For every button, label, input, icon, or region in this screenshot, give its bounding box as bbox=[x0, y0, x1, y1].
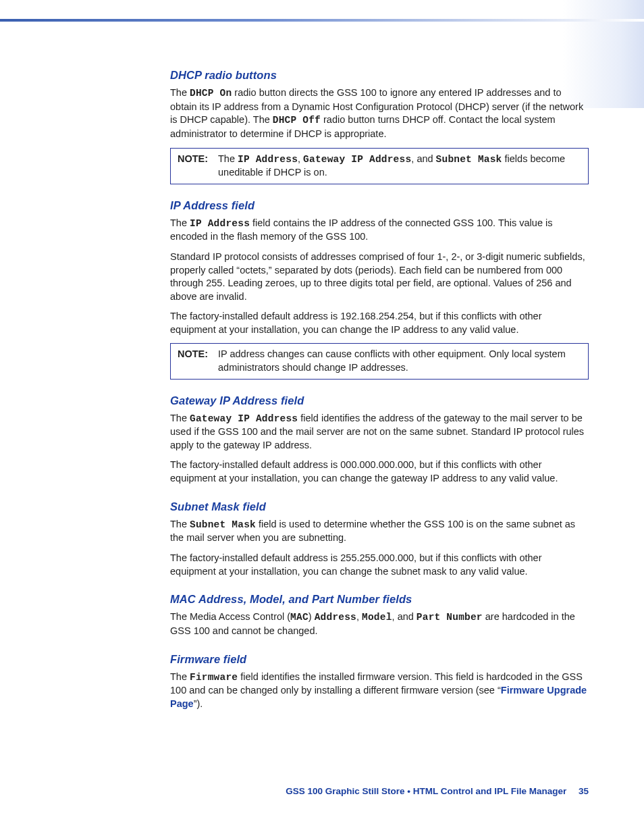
heading-firmware: Firmware field bbox=[170, 652, 589, 667]
paragraph-subnet-1: The Subnet Mask field is used to determi… bbox=[170, 518, 589, 545]
text: The bbox=[170, 217, 190, 228]
heading-mac: MAC Address, Model, and Part Number fiel… bbox=[170, 592, 589, 606]
inline-code-dhcp-on: DHCP On bbox=[190, 88, 232, 99]
inline-code-mac: MAC bbox=[290, 612, 308, 623]
paragraph-subnet-2: The factory-installed default address is… bbox=[170, 552, 589, 578]
inline-code-part-number: Part Number bbox=[417, 612, 483, 623]
note-box-ip: NOTE: IP address changes can cause confl… bbox=[170, 343, 589, 379]
paragraph-ip-2: Standard IP protocol consists of address… bbox=[170, 251, 589, 303]
text: , bbox=[356, 611, 362, 622]
text: The bbox=[170, 413, 190, 423]
note-text: IP address changes can cause conflicts w… bbox=[218, 348, 581, 374]
inline-code-ip-address: IP Address bbox=[190, 218, 250, 229]
heading-gateway: Gateway IP Address field bbox=[170, 393, 589, 408]
inline-code-ip-address: IP Address bbox=[238, 154, 298, 165]
text: , and bbox=[392, 611, 417, 622]
inline-code-gateway-ip: Gateway IP Address bbox=[190, 413, 298, 424]
text: The bbox=[170, 87, 190, 98]
text: , bbox=[298, 153, 303, 164]
inline-code-address: Address bbox=[315, 612, 356, 623]
paragraph-gateway-1: The Gateway IP Address field identifies … bbox=[170, 412, 589, 452]
paragraph-ip-3: The factory-installed default address is… bbox=[170, 310, 589, 336]
heading-subnet: Subnet Mask field bbox=[170, 499, 589, 514]
note-text: The IP Address, Gateway IP Address, and … bbox=[218, 153, 581, 180]
note-row: NOTE: IP address changes can cause confl… bbox=[178, 348, 581, 374]
page-content: DHCP radio buttons The DHCP On radio but… bbox=[170, 68, 589, 717]
paragraph-ip-1: The IP Address field contains the IP add… bbox=[170, 217, 589, 244]
text: , and bbox=[411, 153, 435, 164]
text: The bbox=[170, 519, 190, 529]
inline-code-dhcp-off: DHCP Off bbox=[273, 115, 321, 126]
inline-code-gateway-ip: Gateway IP Address bbox=[303, 154, 411, 165]
paragraph-dhcp: The DHCP On radio button directs the GSS… bbox=[170, 86, 589, 140]
inline-code-subnet-mask: Subnet Mask bbox=[190, 519, 256, 530]
inline-code-firmware: Firmware bbox=[190, 672, 238, 683]
paragraph-mac: The Media Access Control (MAC) Address, … bbox=[170, 610, 589, 637]
text: The Media Access Control ( bbox=[170, 611, 290, 622]
paragraph-gateway-2: The factory-installed default address is… bbox=[170, 459, 589, 485]
inline-code-model: Model bbox=[362, 612, 392, 623]
text: ”). bbox=[194, 698, 203, 709]
note-row: NOTE: The IP Address, Gateway IP Address… bbox=[178, 153, 581, 180]
page-footer: GSS 100 Graphic Still Store • HTML Contr… bbox=[286, 785, 589, 798]
page: DHCP radio buttons The DHCP On radio but… bbox=[0, 0, 644, 834]
heading-ip-address: IP Address field bbox=[170, 198, 589, 213]
text: ) bbox=[308, 611, 315, 622]
top-border-bar bbox=[0, 19, 644, 22]
heading-dhcp: DHCP radio buttons bbox=[170, 68, 589, 82]
note-label: NOTE: bbox=[178, 348, 218, 374]
page-number: 35 bbox=[579, 786, 589, 796]
text: The bbox=[170, 671, 190, 682]
inline-code-subnet-mask: Subnet Mask bbox=[436, 154, 502, 165]
footer-text: GSS 100 Graphic Still Store • HTML Contr… bbox=[286, 786, 566, 796]
text: The bbox=[218, 153, 238, 164]
note-box-dhcp: NOTE: The IP Address, Gateway IP Address… bbox=[170, 148, 589, 184]
note-label: NOTE: bbox=[178, 153, 218, 180]
paragraph-firmware: The Firmware field identifies the instal… bbox=[170, 671, 589, 711]
